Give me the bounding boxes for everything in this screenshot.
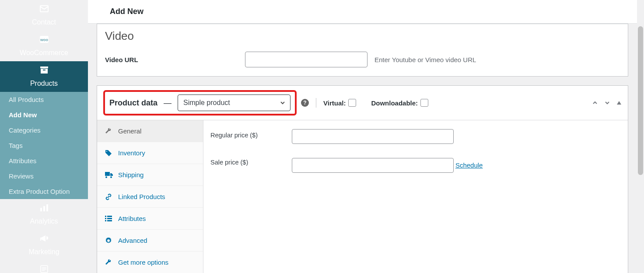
scrollbar-thumb[interactable]	[638, 26, 643, 175]
virtual-option[interactable]: Virtual:	[323, 99, 356, 107]
megaphone-icon	[40, 234, 49, 243]
video-url-label: Video URL	[105, 56, 241, 63]
svg-rect-17	[107, 220, 112, 221]
video-heading: Video	[97, 24, 628, 46]
wrench-icon	[105, 259, 113, 266]
sidebar-label: Analytics	[30, 217, 58, 225]
sidebar-item-analytics[interactable]: Analytics	[0, 199, 88, 230]
video-url-hint: Enter Youtube or Vimeo video URL	[374, 56, 476, 63]
dash: —	[164, 98, 172, 108]
sidebar-sub-attributes[interactable]: Attributes	[0, 153, 88, 168]
product-data-body: General Inventory Shipping Linked P	[97, 120, 628, 273]
svg-rect-7	[46, 204, 48, 211]
tab-label: Get more options	[118, 259, 168, 266]
separator	[316, 98, 316, 108]
vertical-scrollbar[interactable]	[637, 0, 644, 273]
sidebar-item-wpforms[interactable]: WPForms	[0, 260, 88, 273]
tab-advanced[interactable]: Advanced	[97, 230, 203, 252]
admin-sidebar: Contact woo WooCommerce Products All Pro…	[0, 0, 88, 273]
sidebar-label: Contact	[32, 18, 56, 26]
tab-inventory[interactable]: Inventory	[97, 142, 203, 164]
sidebar-item-contact[interactable]: Contact	[0, 0, 88, 31]
content-scroll[interactable]: Video Video URL Enter Youtube or Vimeo v…	[88, 24, 637, 273]
page-title: Add New	[110, 7, 615, 16]
form-icon	[40, 265, 49, 273]
product-data-highlight: Product data — Simple product	[103, 90, 297, 116]
svg-rect-2	[40, 66, 48, 68]
downloadable-option[interactable]: Downloadable:	[371, 99, 428, 107]
svg-rect-13	[107, 216, 112, 217]
product-type-select[interactable]: Simple product	[178, 94, 290, 111]
sidebar-sub-add-new[interactable]: Add New	[0, 107, 88, 122]
sidebar-item-woocommerce[interactable]: woo WooCommerce	[0, 31, 88, 61]
product-data-tabs: General Inventory Shipping Linked P	[97, 120, 203, 273]
virtual-label: Virtual:	[323, 99, 346, 107]
virtual-checkbox[interactable]	[348, 99, 356, 107]
collapse-icon[interactable]	[616, 100, 622, 105]
svg-rect-15	[107, 218, 112, 219]
tab-attributes[interactable]: Attributes	[97, 208, 203, 230]
sidebar-label: Marketing	[28, 248, 59, 256]
video-panel: Video Video URL Enter Youtube or Vimeo v…	[97, 24, 628, 77]
sidebar-sub-extra-option[interactable]: Extra Product Option	[0, 184, 88, 199]
archive-icon	[40, 66, 49, 74]
regular-price-input[interactable]	[292, 129, 454, 144]
gear-icon	[105, 237, 113, 244]
product-data-panel: Product data — Simple product ?	[97, 85, 628, 273]
product-data-header: Product data — Simple product ?	[97, 86, 628, 120]
tab-label: Advanced	[118, 237, 147, 244]
tab-general[interactable]: General	[97, 120, 203, 142]
sidebar-label: WooCommerce	[20, 49, 68, 57]
downloadable-checkbox[interactable]	[420, 99, 428, 107]
help-icon[interactable]: ?	[301, 99, 309, 107]
mail-icon	[40, 4, 49, 13]
tab-label: Linked Products	[118, 193, 165, 200]
move-up-icon[interactable]	[592, 100, 598, 106]
chevron-down-icon	[280, 100, 286, 106]
svg-rect-4	[43, 70, 46, 70]
tab-label: Attributes	[118, 215, 146, 222]
sale-price-input[interactable]	[292, 158, 454, 173]
svg-rect-5	[40, 208, 42, 211]
tab-linked[interactable]: Linked Products	[97, 186, 203, 208]
tab-shipping[interactable]: Shipping	[97, 164, 203, 186]
sidebar-sub-categories[interactable]: Categories	[0, 122, 88, 138]
sidebar-label: Products	[30, 80, 58, 88]
svg-rect-6	[43, 206, 45, 211]
wrench-icon	[105, 128, 113, 135]
sidebar-sub-tags[interactable]: Tags	[0, 138, 88, 153]
downloadable-label: Downloadable:	[371, 99, 418, 107]
sale-price-label: Sale price ($)	[210, 156, 292, 166]
woocommerce-icon: woo	[40, 35, 49, 44]
sidebar-sub-all-products[interactable]: All Products	[0, 92, 88, 107]
tag-icon	[105, 150, 113, 157]
schedule-link[interactable]: Schedule	[455, 161, 483, 169]
truck-icon	[105, 172, 113, 178]
svg-rect-14	[105, 218, 106, 219]
svg-rect-12	[105, 216, 106, 217]
sidebar-item-products[interactable]: Products	[0, 61, 88, 92]
topbar: Add New	[88, 0, 637, 24]
regular-price-label: Regular price ($)	[210, 129, 292, 139]
product-data-fields: Regular price ($) Sale price ($) Schedul…	[203, 120, 628, 273]
svg-rect-3	[41, 69, 48, 74]
video-url-input[interactable]	[245, 52, 368, 67]
link-icon	[105, 193, 113, 200]
main-area: Add New Video Video URL Enter Youtube or…	[88, 0, 637, 273]
product-type-value: Simple product	[183, 99, 230, 107]
list-icon	[105, 216, 113, 222]
bar-chart-icon	[40, 203, 49, 212]
svg-text:woo: woo	[40, 38, 48, 42]
tab-label: Inventory	[118, 149, 145, 157]
product-data-title: Product data	[109, 98, 158, 108]
tab-get-more[interactable]: Get more options	[97, 252, 203, 273]
move-down-icon[interactable]	[604, 100, 610, 106]
tab-label: General	[118, 127, 141, 135]
svg-rect-16	[105, 220, 106, 221]
tab-label: Shipping	[118, 171, 144, 178]
sidebar-sub-reviews[interactable]: Reviews	[0, 168, 88, 184]
sidebar-item-marketing[interactable]: Marketing	[0, 230, 88, 260]
